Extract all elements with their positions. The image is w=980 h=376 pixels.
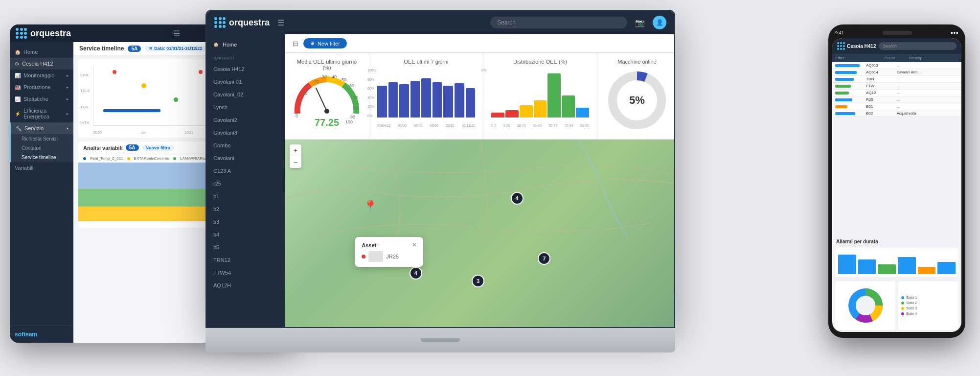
map-zoom-controls: + − (290, 144, 301, 168)
legend-color-3 (901, 307, 904, 310)
asset-title-text: Asset (362, 242, 376, 248)
close-x[interactable]: ✕ (149, 46, 153, 51)
ls-cavolani3[interactable]: Cavolani3 (206, 126, 285, 139)
nuovo-badge: Nuovo filtro (142, 145, 175, 151)
sidebar-item-monitoraggio[interactable]: 📊 Monitoraggio ▸ (10, 70, 73, 81)
sidebar-item-variabili[interactable]: Variabili (10, 162, 73, 174)
th-count: Count (885, 56, 909, 60)
ls-b4[interactable]: b4 (206, 228, 285, 241)
ls-b4-label: b4 (213, 232, 219, 237)
sidebar-sub-contatori[interactable]: Contatori (11, 143, 73, 153)
sidebar-sub-timeline[interactable]: Service timeline (11, 153, 73, 162)
dist-x-4: 45-60 (533, 124, 542, 127)
ls-ftw54[interactable]: FTW54 (206, 266, 285, 279)
sidebar-item-produzione[interactable]: 🏭 Produzione ▸ (10, 81, 73, 93)
sidebar-home-label: Home (23, 49, 38, 55)
kpi-macchine-online: Macchine online 5% (597, 53, 674, 139)
svg-text:60: 60 (349, 83, 354, 88)
oee-bar-1 (377, 86, 387, 118)
ls-home[interactable]: 🏠 Home (206, 38, 285, 51)
phone-topbar: 9:41 ●●● (832, 30, 961, 38)
ls-cavolani02[interactable]: Cavolani_02 (206, 88, 285, 101)
map-cluster-4[interactable]: 7 (538, 252, 550, 265)
map-location-pin[interactable]: 📍 (363, 200, 378, 213)
desc-8: Acquafredda (897, 112, 958, 115)
new-filter-button[interactable]: ⊕ New filter (303, 38, 347, 48)
badge-5a-2: 5A (126, 144, 139, 151)
popup-close-btn[interactable]: ✕ (412, 242, 416, 248)
map-cluster-1[interactable]: 4 (511, 192, 524, 205)
ls-b3[interactable]: b3 (206, 215, 285, 228)
ls-aq12h[interactable]: AQ12H (206, 279, 285, 292)
map-roads-svg (285, 140, 674, 327)
count-1: AQ013 (866, 63, 897, 68)
ls-cavolani[interactable]: Cavolani (206, 152, 285, 164)
laptop-search-bar[interactable]: Search (490, 17, 627, 28)
legend-dot-lama (173, 157, 176, 160)
user-avatar[interactable]: 👤 (653, 16, 666, 29)
phone-search[interactable]: Search (879, 42, 957, 50)
bar-cell-4 (835, 85, 866, 88)
legend-item-4: Stato 4 (901, 312, 956, 315)
camera-icon[interactable]: 📷 (635, 18, 645, 27)
legend-exta: EXTARealeCorrente (134, 156, 169, 161)
laptop-sidebar: 🏠 Home Impianti Cesoia H412 Cavolani 01 … (206, 34, 285, 327)
map-zoom-in[interactable]: + (290, 144, 301, 156)
ls-cavolani02-label: Cavolani_02 (213, 92, 243, 97)
map-cluster-2[interactable]: 4 (410, 267, 422, 280)
softeam-logo: softeam (10, 326, 73, 343)
ls-combo[interactable]: Combo (206, 139, 285, 152)
ls-b5[interactable]: b5 (206, 241, 285, 254)
count-3: TRN (866, 77, 897, 81)
ls-cesoia[interactable]: Cesoia H412 (206, 63, 285, 75)
svg-text:70: 70 (353, 95, 358, 100)
svg-line-11 (316, 88, 327, 111)
table-row: AQ014 Cavolani Alim... (832, 69, 961, 76)
sidebar-sub-richiesta[interactable]: Richiesta Servizi (11, 134, 73, 143)
search-placeholder: Search (497, 19, 516, 26)
ls-r25-label: r25 (213, 181, 221, 187)
sidebar-item-statistiche[interactable]: 📈 Statistiche ▸ (10, 93, 73, 105)
ls-cavolani2-label: Cavolani2 (213, 117, 237, 123)
tablet-menu-icon[interactable]: ☰ (173, 29, 180, 38)
sidebar-item-home[interactable]: 🏠 Home (10, 46, 73, 58)
ls-r25[interactable]: r25 (206, 177, 285, 190)
kpi3-title: Distribuzione OEE (%) (513, 59, 567, 65)
ls-b1[interactable]: b1 (206, 190, 285, 203)
plus-icon: ⊕ (310, 40, 315, 47)
ls-b2[interactable]: b2 (206, 203, 285, 215)
kpi2-title: OEE ultimi 7 giorni (404, 59, 448, 65)
laptop-menu-icon[interactable]: ☰ (277, 18, 284, 27)
ls-cavolani01[interactable]: Cavolani 01 (206, 75, 285, 88)
ls-cesoia-label: Cesoia H412 (213, 66, 245, 72)
map-cluster-3[interactable]: 3 (472, 275, 484, 287)
svg-text:90: 90 (350, 115, 355, 119)
ls-lynch-label: Lynch (213, 104, 228, 110)
content-toolbar: ⊟ ⊕ New filter (285, 34, 674, 53)
sidebar-group-servizio: 🔧 Servizio ▾ Richiesta Servizi Contatori… (10, 122, 73, 162)
phone-search-placeholder: Search (883, 44, 897, 48)
ls-cavolani3-label: Cavolani3 (213, 130, 237, 136)
oee-bar-4 (410, 81, 420, 118)
kpi-oee-giorno: Media OEE ultimo giorno (%) 0 (285, 53, 369, 139)
sidebar-item-efficienza[interactable]: ⚡ Efficienza Energetica ▸ (10, 105, 73, 122)
ls-c123a[interactable]: C123 A (206, 164, 285, 177)
count-5: AQ12 (866, 91, 897, 95)
map-zoom-out[interactable]: − (290, 156, 301, 168)
date-filter-badge: ✕ Data: 01/01/21-31/12/22 (145, 46, 206, 51)
sidebar-item-cesoia[interactable]: ⚙ Cesoia H412 (10, 58, 73, 70)
analisi-title: Analisi variabili (83, 145, 123, 151)
laptop-logo-text: orquestra (229, 18, 270, 28)
monitor-icon: 📊 (15, 73, 21, 78)
mini-bar-3 (835, 78, 854, 81)
sidebar-item-servizio[interactable]: 🔧 Servizio ▾ (11, 122, 73, 134)
mini-bar-1 (835, 64, 860, 67)
y-80: 80% (367, 78, 376, 81)
ls-trn12[interactable]: TRN12 (206, 254, 285, 266)
ls-cavolani2[interactable]: Cavolani2 (206, 114, 285, 126)
ls-lynch[interactable]: Lynch (206, 101, 285, 114)
home-icon: 🏠 (15, 49, 21, 55)
new-filter-label: New filter (318, 41, 340, 47)
donut-chart: 5% (605, 69, 669, 132)
mini-bar-5 (835, 92, 849, 94)
